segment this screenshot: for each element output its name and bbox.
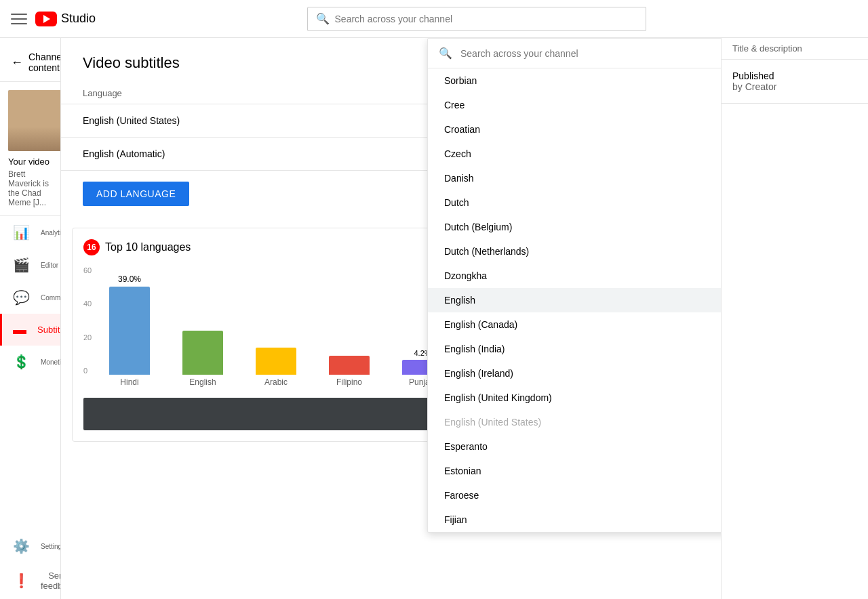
search-icon: 🔍 (316, 12, 330, 25)
dropdown-item[interactable]: Croatian (428, 117, 721, 142)
sidebar-item-settings[interactable]: ⚙️ Settings (0, 530, 60, 562)
comments-icon: 💬 (13, 289, 30, 306)
editor-label: Editor (41, 262, 58, 269)
dropdown-item[interactable]: Czech (428, 142, 721, 166)
search-box[interactable]: 🔍 (307, 7, 646, 31)
dropdown-item[interactable]: Cree (428, 93, 721, 117)
settings-label: Settings (41, 543, 61, 550)
monetization-label: Monetization (41, 358, 61, 366)
right-panel-published: Published by Creator (722, 60, 868, 104)
sidebar-item-comments[interactable]: 💬 Comments (0, 281, 60, 314)
language-dropdown[interactable]: 🔍 SorbianCreeCroatianCzechDanishDutchDut… (427, 38, 721, 533)
dropdown-item[interactable]: English (Canada) (428, 312, 721, 337)
monetization-icon: 💲 (13, 354, 30, 370)
right-panel-header: Title & description (722, 38, 868, 60)
dropdown-item[interactable]: Dzongkha (428, 264, 721, 288)
dropdown-item[interactable]: Dutch (Netherlands) (428, 239, 721, 264)
sidebar: ← Channel content 8:26 Your video Brett … (0, 38, 61, 599)
sidebar-item-analytics[interactable]: 📊 Analytics (0, 216, 60, 249)
sidebar-item-monetization[interactable]: 💲 Monetization (0, 346, 60, 378)
dropdown-item[interactable]: Esperanto (428, 434, 721, 459)
dropdown-item[interactable]: Fijian (428, 508, 721, 532)
feedback-icon: ❗ (13, 573, 30, 589)
x-label-english: English (182, 377, 223, 387)
chart-bar-arabic (256, 348, 296, 375)
x-label-arabic: Arabic (256, 377, 296, 387)
settings-icon: ⚙️ (13, 538, 30, 554)
y-label-20: 20 (83, 333, 104, 342)
dropdown-item: English (United States) (428, 410, 721, 434)
y-label-60: 60 (83, 266, 104, 274)
published-status: Published (732, 70, 857, 81)
dropdown-item[interactable]: English (Ireland) (428, 361, 721, 386)
studio-label: Studio (61, 12, 96, 26)
video-your-label: Your video (8, 157, 52, 167)
published-by: by Creator (732, 81, 857, 92)
bar-label-hindi: 39.0% (118, 274, 141, 284)
x-label-filipino: Filipino (329, 377, 370, 387)
comments-label: Comments (41, 294, 61, 302)
video-thumbnail: 8:26 (8, 90, 61, 151)
sidebar-item-editor[interactable]: 🎬 Editor (0, 249, 60, 281)
search-input[interactable] (335, 14, 637, 24)
analytics-icon: 📊 (13, 224, 30, 241)
hamburger-icon[interactable] (11, 11, 27, 27)
back-button[interactable]: ← Channel content (11, 51, 50, 73)
dropdown-search-area: 🔍 (428, 39, 721, 68)
dropdown-item[interactable]: English (428, 288, 721, 312)
subtitles-icon: ▬ (13, 322, 26, 337)
dropdown-list: SorbianCreeCroatianCzechDanishDutchDutch… (428, 68, 721, 532)
dropdown-item[interactable]: Faroese (428, 483, 721, 508)
topbar: Studio 🔍 (0, 0, 868, 38)
topbar-left: Studio (11, 11, 96, 27)
editor-icon: 🎬 (13, 257, 30, 273)
dropdown-item[interactable]: Danish (428, 166, 721, 190)
sidebar-item-send-feedback[interactable]: ❗ Send feedback (0, 562, 60, 599)
dropdown-item[interactable]: Dutch (428, 190, 721, 215)
chart-bar-filipino (329, 356, 370, 375)
dropdown-search-input[interactable] (460, 48, 721, 59)
dropdown-item[interactable]: English (India) (428, 337, 721, 361)
channel-content-label: Channel content (28, 51, 61, 73)
youtube-icon (35, 12, 57, 26)
y-label-40: 40 (83, 300, 104, 308)
y-label-0: 0 (83, 367, 104, 375)
video-title: Brett Maverick is the Chad Meme [J... (8, 169, 52, 207)
x-label-hindi: Hindi (109, 377, 150, 387)
dropdown-item[interactable]: English (United Kingdom) (428, 386, 721, 410)
back-arrow-icon: ← (11, 56, 23, 70)
main-layout: ← Channel content 8:26 Your video Brett … (0, 38, 868, 599)
dropdown-search-icon: 🔍 (439, 47, 452, 60)
content-panel: Video subtitles Language English (United… (61, 38, 721, 599)
sidebar-item-subtitles[interactable]: ▬ Subtitles (0, 314, 60, 346)
analytics-label: Analytics (41, 229, 61, 236)
chart-bar-hindi: 39.0% (109, 274, 150, 375)
top-languages-icon: 16 (83, 239, 100, 255)
dropdown-item[interactable]: Sorbian (428, 68, 721, 93)
chart-bar-english (182, 331, 223, 375)
youtube-studio-logo: Studio (35, 12, 96, 26)
add-language-button[interactable]: ADD LANGUAGE (83, 182, 189, 206)
top-languages-title: Top 10 languages (105, 241, 191, 253)
dropdown-item[interactable]: Estonian (428, 459, 721, 483)
topbar-search: 🔍 (96, 7, 857, 31)
subtitles-label: Subtitles (37, 325, 61, 335)
video-section: 8:26 Your video Brett Maverick is the Ch… (0, 82, 60, 216)
feedback-label: Send feedback (41, 571, 61, 591)
right-panel: Title & description Published by Creator (721, 38, 868, 599)
dropdown-item[interactable]: Dutch (Belgium) (428, 215, 721, 239)
